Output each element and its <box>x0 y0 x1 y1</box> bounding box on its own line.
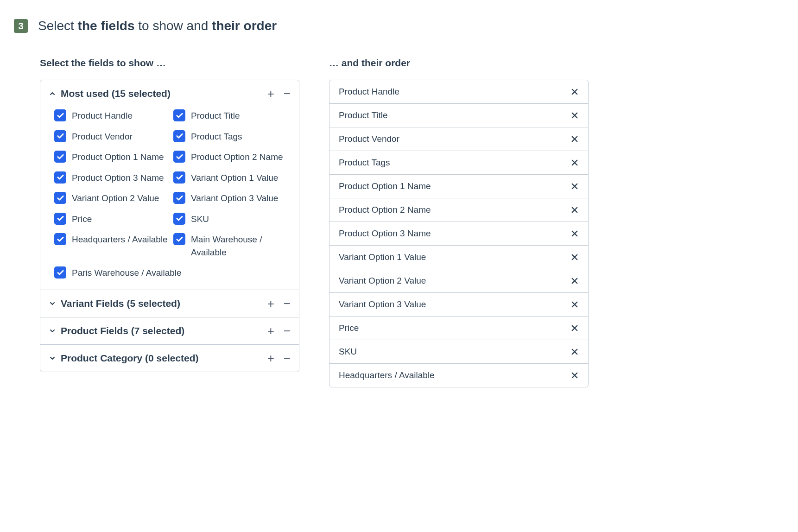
fields-order-column: … and their order Product Handle Product… <box>329 57 589 387</box>
field-item[interactable]: Headquarters / Available <box>54 233 171 259</box>
order-item-label: Product Title <box>339 110 388 120</box>
group-title: Variant Fields (5 selected) <box>61 298 267 309</box>
field-label: Headquarters / Available <box>72 233 168 246</box>
field-label: Product Tags <box>191 130 242 143</box>
field-item[interactable]: Product Option 2 Name <box>173 150 291 164</box>
field-item[interactable]: Paris Warehouse / Available <box>54 266 291 279</box>
remove-button[interactable] <box>570 135 579 143</box>
group-header-most-used[interactable]: Most used (15 selected) + − <box>40 80 299 107</box>
checkbox-checked-icon[interactable] <box>54 192 66 204</box>
field-item[interactable]: Main Warehouse / Available <box>173 233 291 259</box>
chevron-down-icon <box>49 327 56 335</box>
order-item[interactable]: Variant Option 3 Value <box>329 292 588 316</box>
field-item[interactable]: Product Handle <box>54 109 171 122</box>
chevron-down-icon <box>49 355 56 362</box>
order-item[interactable]: Product Option 3 Name <box>329 222 588 245</box>
remove-button[interactable] <box>570 182 579 190</box>
field-item[interactable]: Price <box>54 212 171 226</box>
checkbox-checked-icon[interactable] <box>54 109 66 121</box>
field-item[interactable]: Product Title <box>173 109 291 122</box>
deselect-all-button[interactable]: − <box>284 298 291 310</box>
field-label: Product Option 1 Name <box>72 150 164 164</box>
field-label: Variant Option 1 Value <box>191 171 278 184</box>
checkbox-checked-icon[interactable] <box>173 171 185 184</box>
field-label: Paris Warehouse / Available <box>72 266 182 279</box>
order-item[interactable]: Product Tags <box>329 151 588 174</box>
order-item-label: Variant Option 3 Value <box>339 299 426 310</box>
remove-button[interactable] <box>570 277 579 285</box>
field-item[interactable]: Product Tags <box>173 130 291 143</box>
order-item[interactable]: Variant Option 2 Value <box>329 269 588 292</box>
order-item[interactable]: Headquarters / Available <box>329 363 588 387</box>
chevron-down-icon <box>49 300 56 307</box>
order-item[interactable]: SKU <box>329 340 588 363</box>
remove-button[interactable] <box>570 348 579 356</box>
field-label: SKU <box>191 212 209 226</box>
field-item[interactable]: Product Option 3 Name <box>54 171 171 184</box>
select-all-button[interactable]: + <box>267 352 274 364</box>
remove-button[interactable] <box>570 206 579 214</box>
checkbox-checked-icon[interactable] <box>173 151 185 163</box>
remove-button[interactable] <box>570 253 579 261</box>
remove-button[interactable] <box>570 300 579 309</box>
order-item-label: Price <box>339 323 359 333</box>
field-item[interactable]: Variant Option 1 Value <box>173 171 291 184</box>
checkbox-checked-icon[interactable] <box>54 266 66 279</box>
field-label: Main Warehouse / Available <box>191 233 291 259</box>
checkbox-checked-icon[interactable] <box>54 233 66 245</box>
order-item-label: Variant Option 1 Value <box>339 252 426 262</box>
deselect-all-button[interactable]: − <box>284 352 291 364</box>
remove-button[interactable] <box>570 229 579 238</box>
remove-button[interactable] <box>570 158 579 167</box>
checkbox-checked-icon[interactable] <box>54 151 66 163</box>
field-item[interactable]: Product Vendor <box>54 130 171 143</box>
deselect-all-button[interactable]: − <box>284 325 291 337</box>
field-item[interactable]: Variant Option 2 Value <box>54 191 171 205</box>
group-header-variant-fields[interactable]: Variant Fields (5 selected) + − <box>40 290 299 317</box>
group-title: Product Category (0 selected) <box>61 353 267 364</box>
remove-button[interactable] <box>570 371 579 380</box>
deselect-all-button[interactable]: − <box>284 88 291 100</box>
field-label: Product Option 3 Name <box>72 171 164 184</box>
checkbox-checked-icon[interactable] <box>173 192 185 204</box>
checkbox-checked-icon[interactable] <box>54 171 66 184</box>
remove-button[interactable] <box>570 324 579 332</box>
select-all-button[interactable]: + <box>267 325 274 337</box>
order-item-label: Product Tags <box>339 158 390 168</box>
fields-grid: Product Handle Product Title Product Ven… <box>40 107 299 290</box>
field-label: Product Handle <box>72 109 133 122</box>
group-header-product-fields[interactable]: Product Fields (7 selected) + − <box>40 317 299 344</box>
order-item[interactable]: Product Vendor <box>329 127 588 151</box>
remove-button[interactable] <box>570 111 579 120</box>
select-all-button[interactable]: + <box>267 88 274 100</box>
group-header-product-category[interactable]: Product Category (0 selected) + − <box>40 344 299 372</box>
step-number-badge: 3 <box>14 19 28 33</box>
order-item[interactable]: Product Option 1 Name <box>329 174 588 198</box>
select-all-button[interactable]: + <box>267 298 274 310</box>
order-item-label: Variant Option 2 Value <box>339 276 426 286</box>
order-item[interactable]: Product Title <box>329 103 588 127</box>
fields-select-column: Select the fields to show … Most used (1… <box>40 57 299 387</box>
order-item[interactable]: Product Handle <box>329 80 588 103</box>
remove-button[interactable] <box>570 88 579 96</box>
checkbox-checked-icon[interactable] <box>54 213 66 225</box>
checkbox-checked-icon[interactable] <box>173 109 185 121</box>
field-item[interactable]: Variant Option 3 Value <box>173 191 291 205</box>
fields-panel: Most used (15 selected) + − Product Hand… <box>40 80 299 372</box>
step-header: 3 Select the fields to show and their or… <box>14 19 784 33</box>
checkbox-checked-icon[interactable] <box>173 213 185 225</box>
order-item-label: Product Vendor <box>339 134 399 144</box>
checkbox-checked-icon[interactable] <box>173 233 185 245</box>
order-item[interactable]: Price <box>329 316 588 340</box>
field-label: Product Title <box>191 109 240 122</box>
field-label: Variant Option 2 Value <box>72 191 159 205</box>
checkbox-checked-icon[interactable] <box>173 130 185 142</box>
order-item[interactable]: Variant Option 1 Value <box>329 245 588 269</box>
order-list: Product Handle Product Title Product Ven… <box>329 80 589 387</box>
step-title: Select the fields to show and their orde… <box>38 19 277 33</box>
field-item[interactable]: SKU <box>173 212 291 226</box>
field-item[interactable]: Product Option 1 Name <box>54 150 171 164</box>
order-item[interactable]: Product Option 2 Name <box>329 198 588 222</box>
field-label: Product Option 2 Name <box>191 150 283 164</box>
checkbox-checked-icon[interactable] <box>54 130 66 142</box>
